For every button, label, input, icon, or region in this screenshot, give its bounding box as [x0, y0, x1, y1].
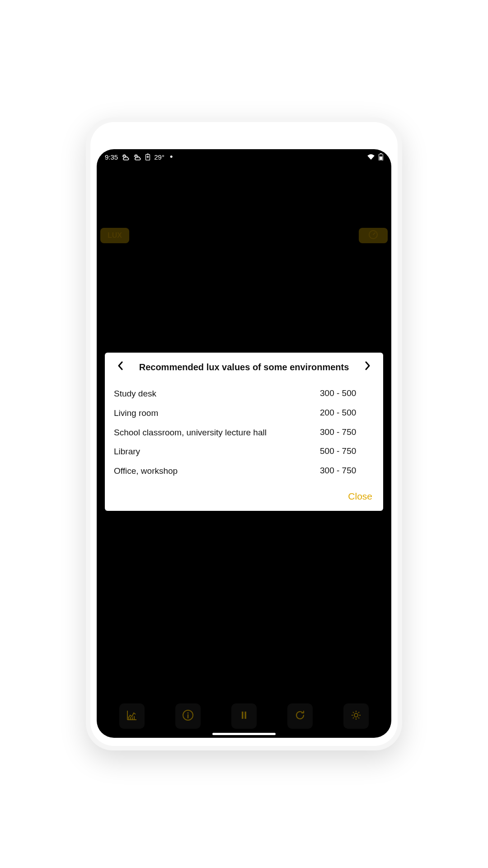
env-value: 200 - 500 [320, 408, 374, 419]
close-button[interactable]: Close [346, 488, 374, 505]
modal-header: Recommended lux values of some environme… [114, 361, 374, 373]
status-bar-left: 9:35 29° • [105, 152, 173, 162]
battery-saver-icon [145, 153, 150, 160]
status-time: 9:35 [105, 153, 118, 161]
table-row: Study desk 300 - 500 [114, 384, 374, 404]
wifi-icon [367, 154, 375, 160]
svg-point-9 [188, 712, 189, 714]
lux-info-modal: Recommended lux values of some environme… [105, 353, 383, 510]
env-value: 500 - 750 [320, 446, 374, 458]
env-name: Office, workshop [114, 466, 320, 477]
bottom-nav [97, 699, 391, 738]
chart-icon [126, 709, 138, 723]
battery-icon [379, 153, 383, 160]
refresh-button[interactable] [287, 703, 313, 729]
app-body: LUX [97, 165, 391, 699]
table-row: Library 500 - 750 [114, 442, 374, 462]
chart-button[interactable] [119, 703, 145, 729]
info-icon [182, 709, 194, 723]
modal-next-button[interactable] [361, 361, 374, 373]
table-row: Office, workshop 300 - 750 [114, 462, 374, 481]
modal-footer: Close [114, 488, 374, 505]
svg-rect-10 [242, 712, 244, 719]
svg-rect-6 [380, 156, 382, 160]
chevron-left-icon [117, 361, 123, 373]
table-row: Living room 200 - 500 [114, 404, 374, 423]
svg-point-12 [354, 713, 358, 717]
env-value: 300 - 750 [320, 427, 374, 439]
pause-button[interactable] [231, 703, 257, 729]
svg-rect-5 [380, 153, 382, 154]
modal-title: Recommended lux values of some environme… [127, 361, 361, 373]
svg-rect-3 [147, 154, 149, 155]
weather-icon [122, 153, 130, 160]
status-bar-right [367, 153, 383, 160]
status-bar: 9:35 29° • [97, 149, 391, 165]
svg-point-0 [123, 155, 126, 157]
table-row: School classroom, university lecture hal… [114, 423, 374, 443]
env-name: School classroom, university lecture hal… [114, 427, 320, 439]
svg-rect-11 [245, 712, 247, 719]
pause-icon [238, 709, 250, 723]
env-name: Library [114, 446, 320, 458]
modal-prev-button[interactable] [114, 361, 127, 373]
gear-icon [350, 709, 362, 723]
phone-bezel: 9:35 29° • [90, 122, 398, 746]
env-value: 300 - 500 [320, 388, 374, 400]
lux-table: Study desk 300 - 500 Living room 200 - 5… [114, 384, 374, 481]
status-temperature: 29° [154, 153, 164, 161]
svg-point-1 [135, 155, 137, 157]
screen: 9:35 29° • [97, 149, 391, 738]
refresh-icon [294, 709, 306, 723]
env-name: Study desk [114, 388, 320, 400]
settings-button[interactable] [343, 703, 369, 729]
modal-overlay: Recommended lux values of some environme… [97, 165, 391, 699]
chevron-right-icon [365, 361, 371, 373]
env-name: Living room [114, 408, 320, 419]
home-indicator[interactable] [212, 733, 276, 735]
status-dot: • [170, 152, 173, 162]
info-button[interactable] [175, 703, 201, 729]
env-value: 300 - 750 [320, 466, 374, 477]
weather-icon [133, 153, 141, 160]
phone-frame: 9:35 29° • [86, 118, 402, 750]
